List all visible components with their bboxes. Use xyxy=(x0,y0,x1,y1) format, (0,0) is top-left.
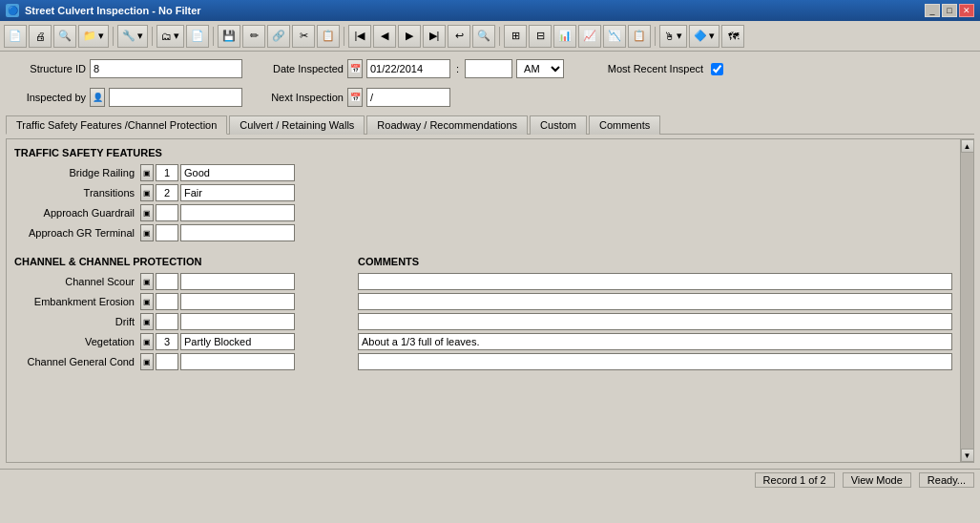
open-dropdown[interactable]: 📁▾ xyxy=(78,25,109,48)
prev-button[interactable]: ◀ xyxy=(373,25,396,48)
minimize-button[interactable]: _ xyxy=(925,4,940,17)
date-select[interactable]: 01/22/2014 xyxy=(366,59,450,78)
ready-status: Ready... xyxy=(919,472,974,488)
erosion-comment-input[interactable] xyxy=(358,293,952,310)
approach-gr-terminal-desc[interactable] xyxy=(180,224,295,241)
zoom-button[interactable]: 🔍 xyxy=(472,25,495,48)
transitions-num[interactable] xyxy=(156,184,178,201)
separator-2 xyxy=(152,27,153,46)
map-button[interactable]: 🗺 xyxy=(721,25,744,48)
structure-id-input[interactable] xyxy=(90,59,242,78)
drift-num[interactable] xyxy=(156,313,178,330)
approach-guardrail-num[interactable] xyxy=(156,204,178,221)
scrollbar[interactable]: ▲ ▼ xyxy=(960,139,973,462)
embankment-erosion-num[interactable] xyxy=(156,293,178,310)
drift-desc[interactable] xyxy=(180,313,295,330)
tools-dropdown[interactable]: 🔷▾ xyxy=(689,25,719,48)
approach-gr-terminal-picker[interactable]: ▣ xyxy=(140,224,154,241)
view-dropdown[interactable]: 🗂▾ xyxy=(156,25,184,48)
approach-gr-terminal-row: Approach GR Terminal ▣ xyxy=(14,224,952,241)
channel-general-num[interactable] xyxy=(156,353,178,370)
copy-button[interactable]: 📋 xyxy=(317,25,340,48)
close-button[interactable]: ✕ xyxy=(959,4,974,17)
vegetation-desc[interactable] xyxy=(180,333,295,350)
vegetation-comment-input[interactable] xyxy=(358,333,952,350)
tabs-container: Traffic Safety Features /Channel Protect… xyxy=(6,115,974,135)
separator-1 xyxy=(113,27,114,46)
vegetation-num[interactable] xyxy=(156,333,178,350)
chart1-button[interactable]: 📊 xyxy=(553,25,576,48)
vegetation-picker[interactable]: ▣ xyxy=(140,333,154,350)
map-dropdown[interactable]: 🖱▾ xyxy=(659,25,687,48)
chart3-button[interactable]: 📉 xyxy=(603,25,626,48)
bridge-railing-picker[interactable]: ▣ xyxy=(140,164,154,181)
scroll-up-button[interactable]: ▲ xyxy=(961,139,974,153)
next-date-select[interactable]: / xyxy=(366,88,450,107)
vegetation-row: Vegetation ▣ xyxy=(14,333,339,350)
date-picker-button[interactable]: 📅 xyxy=(347,59,363,78)
print-button[interactable]: 🖨 xyxy=(29,25,52,48)
scroll-track[interactable] xyxy=(961,153,973,449)
approach-guardrail-picker[interactable]: ▣ xyxy=(140,204,154,221)
transitions-desc[interactable] xyxy=(180,184,295,201)
undo-button[interactable]: ↩ xyxy=(448,25,470,48)
toolbar: 📄 🖨 🔍 📁▾ 🔧▾ 🗂▾ 📄 💾 ✏ 🔗 ✂ 📋 |◀ ◀ ▶ ▶| ↩ 🔍… xyxy=(0,21,980,52)
drift-comment-input[interactable] xyxy=(358,313,952,330)
channel-scour-picker[interactable]: ▣ xyxy=(140,273,154,290)
tab-comments[interactable]: Comments xyxy=(589,115,660,135)
filter-dropdown[interactable]: 🔧▾ xyxy=(117,25,148,48)
separator-6 xyxy=(655,27,656,46)
channel-scour-desc[interactable] xyxy=(180,273,295,290)
transitions-row: Transitions ▣ xyxy=(14,184,952,201)
inspector-picker-button[interactable]: 👤 xyxy=(90,88,105,107)
channel-general-picker[interactable]: ▣ xyxy=(140,353,154,370)
status-bar: Record 1 of 2 View Mode Ready... xyxy=(0,469,980,490)
embankment-erosion-row: Embankment Erosion ▣ xyxy=(14,293,339,310)
time-input[interactable] xyxy=(465,59,512,78)
first-button[interactable]: |◀ xyxy=(348,25,371,48)
drift-picker[interactable]: ▣ xyxy=(140,313,154,330)
drift-label: Drift xyxy=(14,316,138,327)
next-button[interactable]: ▶ xyxy=(398,25,421,48)
grid2-button[interactable]: ⊟ xyxy=(529,25,552,48)
title-bar-left: 🔵 Street Culvert Inspection - No Filter xyxy=(6,4,201,17)
most-recent-checkbox[interactable] xyxy=(711,63,723,75)
app-icon: 🔵 xyxy=(6,4,19,17)
scroll-down-button[interactable]: ▼ xyxy=(961,449,974,462)
approach-guardrail-desc[interactable] xyxy=(180,204,295,221)
embankment-erosion-desc[interactable] xyxy=(180,293,295,310)
cut-button[interactable]: ✂ xyxy=(292,25,315,48)
tab-traffic[interactable]: Traffic Safety Features /Channel Protect… xyxy=(6,115,227,135)
tab-culvert[interactable]: Culvert / Retaining Walls xyxy=(229,115,365,135)
channel-general-desc[interactable] xyxy=(180,353,295,370)
transitions-label: Transitions xyxy=(14,187,138,199)
embankment-erosion-picker[interactable]: ▣ xyxy=(140,293,154,310)
maximize-button[interactable]: □ xyxy=(942,4,957,17)
grid1-button[interactable]: ⊞ xyxy=(504,25,527,48)
link-button[interactable]: 🔗 xyxy=(267,25,290,48)
save-button[interactable]: 💾 xyxy=(218,25,240,48)
structure-id-label: Structure ID xyxy=(10,63,86,74)
search-button[interactable]: 🔍 xyxy=(53,25,76,48)
next-inspection-label: Next Inspection xyxy=(258,92,344,103)
edit-button[interactable]: ✏ xyxy=(242,25,265,48)
window-content: Structure ID Date Inspected 📅 01/22/2014… xyxy=(0,52,980,469)
doc-button[interactable]: 📄 xyxy=(186,25,209,48)
chart4-button[interactable]: 📋 xyxy=(628,25,651,48)
bridge-railing-desc[interactable] xyxy=(180,164,295,181)
chart2-button[interactable]: 📈 xyxy=(578,25,601,48)
channel-scour-num[interactable] xyxy=(156,273,178,290)
transitions-picker[interactable]: ▣ xyxy=(140,184,154,201)
inspected-by-input[interactable] xyxy=(109,88,242,107)
tab-roadway[interactable]: Roadway / Recommendations xyxy=(366,115,528,135)
new-button[interactable]: 📄 xyxy=(4,25,27,48)
comments-section-title: COMMENTS xyxy=(358,256,952,267)
channel-general-comment-input[interactable] xyxy=(358,353,952,370)
ampm-select[interactable]: AM PM xyxy=(516,59,564,78)
bridge-railing-num[interactable] xyxy=(156,164,178,181)
last-button[interactable]: ▶| xyxy=(423,25,446,48)
tab-custom[interactable]: Custom xyxy=(530,115,587,135)
approach-gr-terminal-num[interactable] xyxy=(156,224,178,241)
next-date-picker-button[interactable]: 📅 xyxy=(347,88,363,107)
scour-comment-input[interactable] xyxy=(358,273,952,290)
